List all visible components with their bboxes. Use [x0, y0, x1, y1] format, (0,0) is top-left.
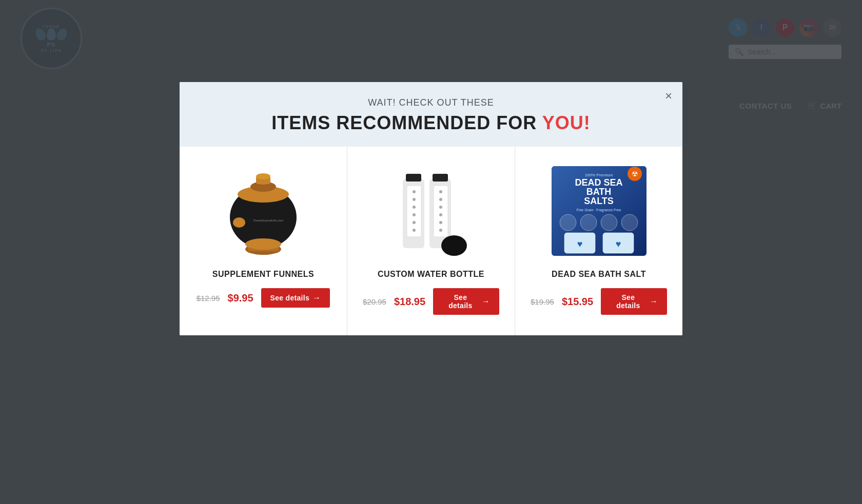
modal-subtitle: WAIT! CHECK OUT THESE [200, 97, 662, 108]
product-card-water-bottle: CUSTOM WATER BOTTLE $20.95 $18.95 See de… [347, 147, 515, 335]
product-name-0: SUPPLEMENT FUNNELS [195, 270, 331, 279]
svg-point-20 [413, 229, 416, 232]
original-price-2: $19.95 [531, 297, 554, 306]
see-details-label-2: See details [610, 293, 646, 310]
svg-point-28 [439, 221, 442, 224]
water-bottle-image [387, 166, 475, 256]
svg-text:♥: ♥ [577, 239, 582, 249]
see-details-button-1[interactable]: See details → [433, 288, 499, 315]
product-pricing-2: $19.95 $15.95 See details → [531, 288, 667, 315]
product-image-bathsalt: 100% Premium DEAD SEA BATH SALTS Fine Gr… [531, 162, 667, 259]
recommendation-modal: × WAIT! CHECK OUT THESE ITEMS RECOMMENDE… [180, 82, 682, 335]
svg-point-26 [439, 206, 442, 209]
product-name-2: DEAD SEA BATH SALT [531, 270, 667, 279]
svg-point-10 [233, 217, 245, 228]
modal-title-highlight: YOU! [542, 112, 591, 133]
svg-point-9 [245, 238, 281, 250]
product-card-supplement-funnels: ThreeDropsofLife.com SUPPLEMENT FUNNELS … [180, 147, 347, 335]
close-button[interactable]: × [665, 90, 672, 102]
modal-products: ThreeDropsofLife.com SUPPLEMENT FUNNELS … [180, 147, 682, 335]
svg-point-17 [413, 206, 416, 209]
svg-point-40 [601, 214, 617, 231]
svg-point-6 [256, 173, 270, 179]
svg-text:♥: ♥ [615, 239, 621, 249]
product-image-bottle [363, 162, 499, 259]
sale-price-1: $18.95 [394, 296, 425, 308]
see-details-button-0[interactable]: See details → [261, 288, 330, 308]
see-details-button-2[interactable]: See details → [601, 288, 667, 315]
svg-point-29 [439, 229, 442, 232]
modal-header: × WAIT! CHECK OUT THESE ITEMS RECOMMENDE… [180, 82, 682, 147]
svg-point-15 [413, 190, 416, 193]
svg-text:BATH: BATH [586, 187, 611, 197]
svg-text:DEAD SEA: DEAD SEA [575, 177, 622, 188]
svg-text:SALTS: SALTS [584, 196, 614, 206]
product-pricing-0: $12.95 $9.95 See details → [195, 288, 331, 308]
arrow-icon-0: → [312, 293, 321, 303]
bath-salt-image: 100% Premium DEAD SEA BATH SALTS Fine Gr… [552, 166, 646, 256]
arrow-icon-2: → [650, 297, 658, 306]
modal-title: ITEMS RECOMMENDED FOR YOU! [200, 112, 662, 134]
product-name-1: CUSTOM WATER BOTTLE [363, 270, 499, 279]
product-pricing-1: $20.95 $18.95 See details → [363, 288, 499, 315]
supplement-funnel-image: ThreeDropsofLife.com [220, 166, 307, 256]
sale-price-2: $15.95 [562, 296, 593, 308]
sale-price-0: $9.95 [228, 292, 253, 304]
original-price-1: $20.95 [363, 297, 386, 306]
original-price-0: $12.95 [197, 294, 220, 303]
svg-text:100% Premium: 100% Premium [584, 173, 613, 177]
svg-point-38 [560, 214, 576, 231]
modal-title-text: ITEMS RECOMMENDED FOR [271, 112, 542, 133]
svg-point-18 [413, 213, 416, 216]
svg-point-39 [580, 214, 597, 231]
svg-point-41 [621, 214, 638, 231]
svg-point-30 [441, 235, 467, 256]
svg-point-16 [413, 198, 416, 201]
svg-point-27 [439, 213, 442, 216]
svg-point-25 [439, 198, 442, 201]
svg-point-24 [439, 190, 442, 193]
product-image-supplement: ThreeDropsofLife.com [195, 162, 331, 259]
product-card-bath-salt: 100% Premium DEAD SEA BATH SALTS Fine Gr… [515, 147, 682, 335]
see-details-label-1: See details [442, 293, 479, 310]
svg-point-19 [413, 221, 416, 224]
svg-text:Fine Grain · Fragrance Free: Fine Grain · Fragrance Free [576, 208, 621, 212]
svg-rect-22 [433, 174, 448, 182]
arrow-icon-1: → [482, 297, 490, 306]
svg-text:☢: ☢ [631, 170, 638, 178]
see-details-label-0: See details [270, 294, 309, 302]
svg-text:ThreeDropsofLife.com: ThreeDropsofLife.com [253, 219, 283, 222]
svg-rect-13 [406, 174, 421, 182]
